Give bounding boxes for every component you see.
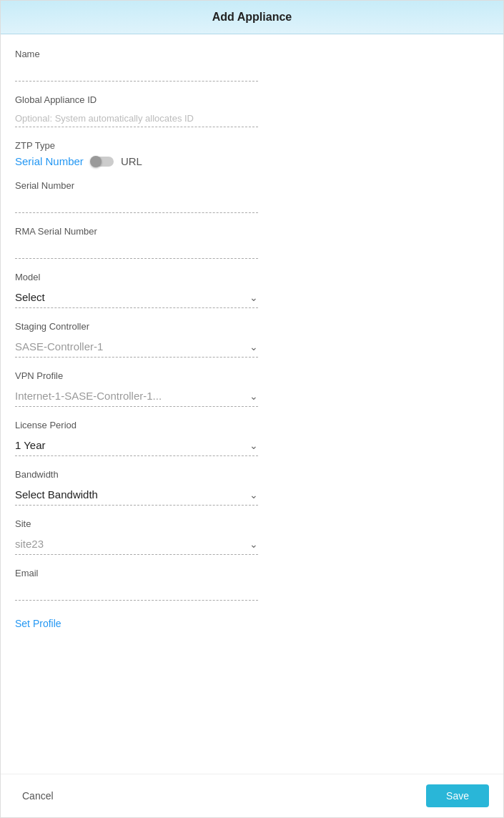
vpn-profile-label: VPN Profile bbox=[15, 370, 489, 381]
site-dropdown-value: site23 bbox=[15, 538, 44, 550]
staging-controller-chevron-down-icon: ⌄ bbox=[249, 341, 258, 353]
license-period-chevron-down-icon: ⌄ bbox=[249, 440, 258, 451]
global-appliance-id-input[interactable] bbox=[15, 109, 258, 127]
vpn-profile-field-group: VPN Profile Internet-1-SASE-Controller-1… bbox=[15, 370, 489, 407]
name-label: Name bbox=[15, 49, 489, 59]
add-appliance-modal: Add Appliance Name Global Appliance ID Z… bbox=[0, 0, 504, 818]
email-input[interactable] bbox=[15, 583, 258, 601]
license-period-label: License Period bbox=[15, 420, 489, 430]
email-label: Email bbox=[15, 568, 489, 578]
modal-footer: Cancel Save bbox=[1, 774, 503, 817]
name-field-group: Name bbox=[15, 49, 489, 82]
set-profile-link[interactable]: Set Profile bbox=[15, 618, 61, 629]
site-chevron-down-icon: ⌄ bbox=[249, 538, 258, 550]
site-label: Site bbox=[15, 518, 489, 529]
ztp-type-label: ZTP Type bbox=[15, 140, 489, 151]
save-button[interactable]: Save bbox=[426, 784, 489, 807]
ztp-type-row: Serial Number URL bbox=[15, 155, 489, 167]
staging-controller-label: Staging Controller bbox=[15, 321, 489, 332]
bandwidth-label: Bandwidth bbox=[15, 469, 489, 480]
model-label: Model bbox=[15, 272, 489, 282]
site-dropdown[interactable]: site23 ⌄ bbox=[15, 533, 258, 555]
license-period-dropdown[interactable]: 1 Year ⌄ bbox=[15, 435, 258, 456]
bandwidth-field-group: Bandwidth Select Bandwidth ⌄ bbox=[15, 469, 489, 506]
rma-serial-number-input[interactable] bbox=[15, 241, 258, 259]
toggle-thumb bbox=[90, 156, 102, 167]
license-period-field-group: License Period 1 Year ⌄ bbox=[15, 420, 489, 456]
vpn-profile-dropdown-value: Internet-1-SASE-Controller-1... bbox=[15, 390, 162, 402]
license-period-dropdown-value: 1 Year bbox=[15, 439, 46, 451]
ztp-serial-number-option[interactable]: Serial Number bbox=[15, 155, 84, 167]
serial-number-field-group: Serial Number bbox=[15, 180, 489, 213]
cancel-button[interactable]: Cancel bbox=[15, 786, 61, 806]
vpn-profile-chevron-down-icon: ⌄ bbox=[249, 390, 258, 402]
rma-serial-number-field-group: RMA Serial Number bbox=[15, 226, 489, 259]
bandwidth-chevron-down-icon: ⌄ bbox=[249, 489, 258, 501]
email-field-group: Email bbox=[15, 568, 489, 601]
bandwidth-dropdown[interactable]: Select Bandwidth ⌄ bbox=[15, 484, 258, 506]
modal-header: Add Appliance bbox=[1, 1, 503, 34]
model-field-group: Model Select ⌄ bbox=[15, 272, 489, 308]
bandwidth-dropdown-value: Select Bandwidth bbox=[15, 488, 98, 501]
vpn-profile-dropdown[interactable]: Internet-1-SASE-Controller-1... ⌄ bbox=[15, 385, 258, 407]
serial-number-input[interactable] bbox=[15, 195, 258, 213]
global-appliance-id-field-group: Global Appliance ID bbox=[15, 94, 489, 127]
model-chevron-down-icon: ⌄ bbox=[249, 292, 258, 303]
set-profile-group: Set Profile bbox=[15, 614, 489, 630]
model-dropdown[interactable]: Select ⌄ bbox=[15, 287, 258, 308]
serial-number-label: Serial Number bbox=[15, 180, 489, 191]
staging-controller-field-group: Staging Controller SASE-Controller-1 ⌄ bbox=[15, 321, 489, 358]
staging-controller-dropdown[interactable]: SASE-Controller-1 ⌄ bbox=[15, 336, 258, 358]
modal-title: Add Appliance bbox=[212, 11, 292, 23]
site-field-group: Site site23 ⌄ bbox=[15, 518, 489, 555]
toggle-track[interactable] bbox=[91, 157, 114, 167]
modal-body: Name Global Appliance ID ZTP Type Serial… bbox=[1, 34, 503, 774]
staging-controller-dropdown-value: SASE-Controller-1 bbox=[15, 340, 103, 353]
model-dropdown-value: Select bbox=[15, 291, 45, 303]
ztp-url-option[interactable]: URL bbox=[121, 155, 142, 167]
name-input[interactable] bbox=[15, 64, 258, 82]
rma-serial-number-label: RMA Serial Number bbox=[15, 226, 489, 237]
ztp-toggle[interactable] bbox=[91, 157, 114, 167]
global-appliance-id-label: Global Appliance ID bbox=[15, 94, 489, 105]
ztp-type-field-group: ZTP Type Serial Number URL bbox=[15, 140, 489, 167]
